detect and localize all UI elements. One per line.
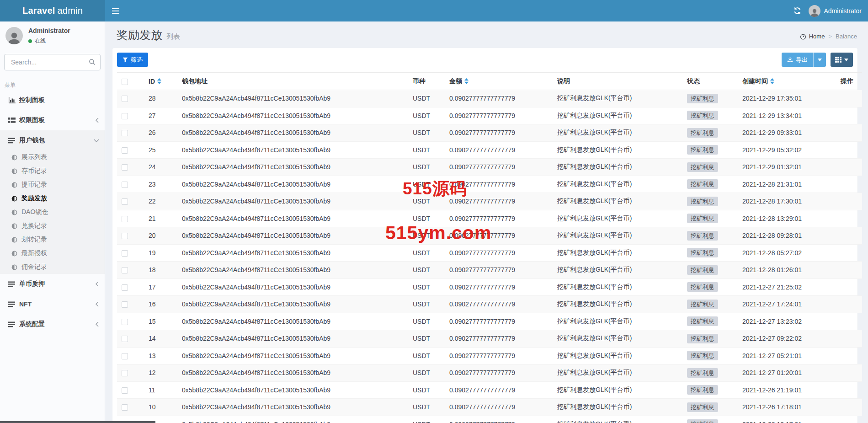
filter-button[interactable]: 筛选 (117, 53, 148, 67)
row-checkbox[interactable] (122, 267, 128, 273)
sidebar-subitem-1[interactable]: 存币记录 (0, 164, 105, 178)
status-badge: 挖矿利息 (687, 368, 718, 378)
row-checkbox[interactable] (122, 147, 128, 154)
column-header-ID[interactable]: ID (144, 73, 177, 90)
cell-operations (836, 296, 862, 313)
cell-coin: USDT (408, 347, 445, 364)
cell-desc: 挖矿利息发放GLK(平台币) (553, 313, 682, 330)
row-checkbox[interactable] (122, 250, 128, 257)
table-row: 280x5b8b22C9aA24Acb494f8711cCe130051530f… (117, 90, 862, 107)
breadcrumb-current: Balance (836, 33, 857, 40)
export-button[interactable]: 导出 (782, 53, 813, 67)
cell-wallet: 0x5b8b22C9aA24Acb494f8711cCe130051530fbA… (177, 262, 408, 279)
row-checkbox[interactable] (122, 353, 128, 359)
sidebar-item-1[interactable]: 权限面板 (0, 110, 105, 130)
table-row: 140x5b8b22C9aA24Acb494f8711cCe130051530f… (117, 330, 862, 348)
navbar-right: Administrator (793, 0, 868, 21)
cell-operations (836, 313, 862, 330)
cell-coin: USDT (408, 262, 445, 279)
brand-logo[interactable]: Laravel admin (0, 0, 105, 21)
hamburger-icon (112, 11, 119, 11)
cell-wallet: 0x5b8b22C9aA24Acb494f8711cCe130051530fbA… (177, 278, 408, 296)
row-checkbox[interactable] (122, 284, 128, 291)
cell-desc: 挖矿利息发放GLK(平台币) (553, 176, 682, 193)
search-icon[interactable] (89, 59, 96, 65)
sidebar-subitem-3[interactable]: 奖励发放 (0, 192, 105, 205)
cell-coin: USDT (408, 141, 445, 159)
column-header-金额[interactable]: 金额 (445, 73, 553, 90)
row-checkbox[interactable] (122, 301, 128, 308)
cell-created: 2021-12-27 21:25:02 (738, 278, 836, 296)
page-subtitle: 列表 (166, 32, 180, 40)
cell-desc: 挖矿利息发放GLK(平台币) (553, 399, 682, 416)
cell-id: 14 (144, 330, 177, 348)
sidebar-subitem-4[interactable]: DAO锁仓 (0, 205, 105, 219)
cell-amount: 0.09027777777777779 (445, 210, 553, 227)
sidebar-item-2[interactable]: 用户钱包 (0, 130, 105, 150)
sidebar-item-3[interactable]: 单币质押 (0, 274, 105, 294)
sidebar-subitem-8[interactable]: 佣金记录 (0, 260, 105, 274)
status-badge: 挖矿利息 (687, 231, 718, 241)
cell-amount: 0.09027777777777779 (445, 107, 553, 124)
horizontal-scrollbar[interactable] (0, 421, 155, 423)
status-badge: 挖矿利息 (687, 248, 718, 257)
breadcrumb-home-link[interactable]: Home (800, 33, 825, 40)
row-checkbox[interactable] (122, 387, 128, 394)
cell-operations (836, 176, 862, 193)
cell-operations (836, 159, 862, 176)
row-checkbox[interactable] (122, 336, 128, 342)
refresh-icon[interactable] (793, 7, 801, 15)
sort-icon[interactable] (464, 78, 469, 84)
row-checkbox[interactable] (122, 96, 128, 102)
breadcrumb: Home > Balance (800, 33, 857, 40)
row-checkbox[interactable] (122, 370, 128, 376)
sidebar-item-0[interactable]: 控制面板 (0, 90, 105, 110)
column-header-创建时间[interactable]: 创建时间 (738, 73, 836, 90)
cell-coin: USDT (408, 416, 445, 423)
sidebar-item-5[interactable]: 系统配置 (0, 314, 105, 334)
row-checkbox[interactable] (122, 404, 128, 411)
cell-operations (836, 210, 862, 227)
sidebar-toggle-button[interactable] (105, 0, 126, 21)
status-badge: 挖矿利息 (687, 419, 718, 423)
row-checkbox[interactable] (122, 198, 128, 205)
table-row: 120x5b8b22C9aA24Acb494f8711cCe130051530f… (117, 364, 862, 382)
sidebar-item-label: 单币质押 (19, 280, 45, 288)
records-table: ID钱包地址币种金额说明状态创建时间操作 280x5b8b22C9aA24Acb… (117, 72, 862, 423)
cell-coin: USDT (408, 124, 445, 142)
row-checkbox[interactable] (122, 216, 128, 222)
row-checkbox[interactable] (122, 164, 128, 171)
column-selector-button[interactable] (831, 53, 853, 67)
sort-icon[interactable] (157, 78, 161, 84)
cell-coin: USDT (408, 278, 445, 296)
row-checkbox[interactable] (122, 319, 128, 325)
download-icon (787, 57, 793, 63)
cell-operations (836, 262, 862, 279)
row-checkbox[interactable] (122, 182, 128, 188)
sidebar-subitem-7[interactable]: 最新授权 (0, 246, 105, 260)
sidebar-subitem-0[interactable]: 展示列表 (0, 150, 105, 164)
row-checkbox[interactable] (122, 113, 128, 119)
search-input[interactable] (4, 54, 101, 70)
cell-amount: 0.09027777777777779 (445, 364, 553, 382)
cell-id: 23 (144, 176, 177, 193)
cell-amount: 0.09027777777777779 (445, 381, 553, 399)
sidebar-subitem-6[interactable]: 划转记录 (0, 233, 105, 246)
sidebar-item-label: NFT (19, 300, 32, 308)
cell-id: 20 (144, 227, 177, 245)
select-all-checkbox[interactable] (122, 79, 128, 85)
export-dropdown-button[interactable] (813, 53, 826, 67)
sidebar-item-nft[interactable]: NFT (0, 294, 105, 314)
cell-wallet: 0x5b8b22C9aA24Acb494f8711cCe130051530fbA… (177, 210, 408, 227)
sidebar-subitem-2[interactable]: 提币记录 (0, 178, 105, 192)
brand-rest: admin (57, 5, 82, 16)
row-checkbox[interactable] (122, 130, 128, 136)
row-checkbox[interactable] (122, 233, 128, 239)
caret-down-icon (844, 59, 848, 61)
sidebar-subitem-label: 提币记录 (21, 181, 47, 189)
user-menu[interactable]: Administrator (809, 5, 862, 17)
column-header-币种: 币种 (408, 73, 445, 90)
dashboard-icon (800, 33, 806, 40)
sidebar-subitem-5[interactable]: 兑换记录 (0, 219, 105, 233)
sort-icon[interactable] (770, 78, 774, 84)
